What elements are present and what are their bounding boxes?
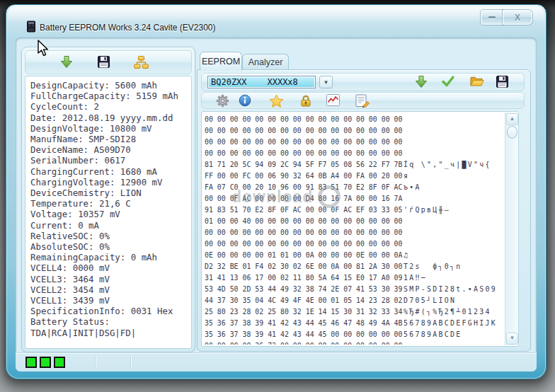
- info-line: DesignCapacity: 5600 mAh: [30, 80, 190, 91]
- scroll-down-button[interactable]: ▼: [506, 333, 518, 345]
- window-title: Battery EEPROM Works 3.24 Cavite (EV2300…: [40, 23, 216, 33]
- chip-type-combobox[interactable]: BQ20ZXX XXXXx8: [207, 76, 316, 88]
- info-line: AbsoluteSOC: 0%: [30, 241, 190, 252]
- eeprom-toolbar-top: BQ20ZXX XXXXx8 ▼: [201, 73, 525, 91]
- hex-row: 00 00 00 00 00 00 00 00 00 00 00 00 00 0…: [205, 137, 503, 148]
- green-down-arrow-icon: [59, 55, 74, 69]
- device-tree-icon: [134, 55, 149, 69]
- edit-document-icon: [355, 94, 370, 108]
- open-file-button[interactable]: [469, 75, 484, 91]
- checkmark-icon: [441, 75, 455, 88]
- info-line: VCELL2: 3454 mV: [30, 284, 190, 295]
- hex-row: 81 71 20 5C 94 09 2C 94 5F F7 05 08 56 2…: [205, 159, 503, 171]
- statusbar-divider: [130, 356, 131, 369]
- verify-button[interactable]: [441, 75, 455, 91]
- window-content: DesignCapacity: 5600 mAhFullChargeCapaci…: [16, 38, 537, 371]
- hex-row: 0E 00 00 00 00 01 01 00 0A 00 00 00 0E 0…: [205, 250, 503, 261]
- chip-type-dropdown-button[interactable]: ▼: [319, 76, 333, 88]
- info-button[interactable]: [239, 94, 251, 110]
- hex-row: 00 00 00 00 00 00 00 00 00 00 00 00 00 0…: [205, 238, 503, 250]
- app-chip-icon: [26, 21, 36, 35]
- scrollbar-thumb[interactable]: [507, 126, 517, 139]
- scroll-up-button[interactable]: ▲: [506, 113, 518, 125]
- battery-info-text[interactable]: DesignCapacity: 5600 mAhFullChargeCapaci…: [25, 76, 192, 349]
- info-line: RelativeSOC: 0%: [30, 231, 190, 241]
- line-chart-icon: [326, 94, 340, 106]
- tab-analyzer[interactable]: Analyzer: [242, 54, 289, 70]
- star-icon: [269, 94, 284, 108]
- close-icon: X: [515, 13, 520, 22]
- unlock-button[interactable]: [299, 94, 312, 110]
- info-line: DeviceChemistry: LION: [30, 188, 190, 198]
- tab-eeprom[interactable]: EEPROM: [200, 52, 242, 71]
- desktop-background: Battery EEPROM Works 3.24 Cavite (EV2300…: [0, 0, 555, 392]
- hex-row: 00 00 00 00 00 00 00 00 00 00 00 00 00 0…: [205, 227, 503, 238]
- minimize-button[interactable]: [481, 10, 503, 25]
- hex-row: FF 00 00 FC 00 06 90 32 64 0B A4 00 FA 0…: [205, 171, 503, 182]
- info-line: Date: 2012.08.19 yyyy.mm.dd: [30, 113, 190, 123]
- floppy-disk-icon: [496, 75, 509, 88]
- info-line: FullChargeCapacity: 5159 mAh: [30, 91, 190, 101]
- title-bar[interactable]: Battery EEPROM Works 3.24 Cavite (EV2300…: [6, 5, 546, 38]
- tab-analyzer-label: Analyzer: [248, 57, 283, 67]
- hex-row: 00 00 00 00 36 72 00 00 00 00 00 00 00 0…: [205, 340, 503, 345]
- chevron-down-icon: ▼: [324, 79, 329, 86]
- battery-info-panel: DesignCapacity: 5600 mAhFullChargeCapaci…: [21, 47, 195, 352]
- green-down-arrow-icon: [414, 75, 428, 89]
- close-button[interactable]: X: [503, 10, 532, 25]
- battery-cells-indicator: [25, 357, 65, 368]
- info-line: SpecificationInfo: 0031 Hex: [30, 306, 190, 316]
- titlebar-gloss: [8, 6, 544, 21]
- info-line: RemainingCapacity: 0 mAh: [30, 252, 190, 263]
- read-eeprom-button[interactable]: [414, 75, 428, 92]
- info-line: ChargingVoltage: 12900 mV: [30, 177, 190, 188]
- info-line: CycleCount: 2: [30, 101, 190, 112]
- favorites-button[interactable]: [269, 94, 284, 111]
- save-dump-button[interactable]: [496, 75, 509, 91]
- hex-row: FA 07 C0 00 20 10 96 00 91 83 51 70 E2 8…: [205, 182, 503, 193]
- app-window: Battery EEPROM Works 3.24 Cavite (EV2300…: [6, 4, 547, 379]
- info-line: DeviceName: AS09D70: [30, 144, 190, 155]
- info-line: Battery Status:: [30, 316, 190, 327]
- chart-button[interactable]: [326, 94, 340, 109]
- hex-editor[interactable]: 00 00 00 00 00 00 00 00 00 00 00 00 00 0…: [201, 111, 519, 347]
- settings-button[interactable]: [216, 94, 229, 110]
- status-bar: [16, 352, 537, 371]
- hex-dump-rows: 00 00 00 00 00 00 00 00 00 00 00 00 00 0…: [205, 114, 503, 345]
- info-line: ManufName: SMP-SDI28: [30, 134, 190, 144]
- hex-scrollbar[interactable]: ▲ ▼: [505, 113, 517, 345]
- hex-row: 00 00 00 00 00 00 00 00 00 00 00 00 00 0…: [205, 148, 503, 159]
- hex-row: 00 00 0F AC 00 00 00 00 D4 80 16 7A 00 0…: [205, 193, 503, 204]
- statusbar-divider: [95, 356, 96, 369]
- chip-type-value: BQ20ZXX XXXXx8: [209, 77, 314, 87]
- info-line: ChargingCurrent: 1680 mA: [30, 166, 190, 177]
- info-line: Current: 0 mA: [30, 220, 190, 231]
- hex-row: 25 80 23 28 02 25 80 32 1E 14 15 30 31 3…: [205, 306, 503, 318]
- arrow-down-icon: ▼: [510, 335, 515, 341]
- info-line: DesignVoltage: 10800 mV: [30, 123, 190, 134]
- device-tree-button[interactable]: [134, 55, 149, 72]
- battery-cell-indicator: [25, 357, 37, 368]
- info-line: Voltage: 10357 mV: [30, 209, 190, 219]
- eeprom-toolbar-tools: [201, 92, 525, 109]
- hex-row: D2 32 BE 01 F4 02 30 02 6E 00 0A 00 81 2…: [205, 261, 503, 272]
- battery-cell-indicator: [40, 357, 51, 368]
- tab-eeprom-label: EEPROM: [202, 57, 240, 67]
- read-battery-button[interactable]: [59, 55, 74, 72]
- save-button[interactable]: [97, 55, 110, 71]
- hex-row: 01 00 00 40 00 00 00 00 00 00 00 00 00 0…: [205, 216, 503, 227]
- info-line: Temperature: 21,6 C: [30, 198, 190, 209]
- info-line: VCELL1: 3439 mV: [30, 295, 190, 306]
- report-button[interactable]: [355, 94, 370, 110]
- battery-cell-indicator: [54, 357, 65, 368]
- hex-row: 53 4D 50 2D 53 44 49 32 38 74 2E 07 41 5…: [205, 284, 503, 295]
- info-line: SerialNumber: 0617: [30, 155, 190, 166]
- hex-row: 35 36 37 38 39 41 42 43 44 45 00 00 00 0…: [205, 329, 503, 340]
- hex-row: 44 37 30 35 04 4C 49 4F 4E 00 01 05 14 2…: [205, 295, 503, 306]
- hex-row: 00 00 00 00 00 00 00 00 00 00 00 00 00 0…: [205, 114, 503, 125]
- left-toolbar: [25, 50, 192, 74]
- info-line: VCELL4: 0000 mV: [30, 263, 190, 273]
- hex-row: 91 83 51 70 E2 8F 0F AC 00 00 0F AC EF 0…: [205, 204, 503, 216]
- padlock-icon: [299, 94, 312, 107]
- info-line: VCELL3: 3464 mV: [30, 274, 190, 284]
